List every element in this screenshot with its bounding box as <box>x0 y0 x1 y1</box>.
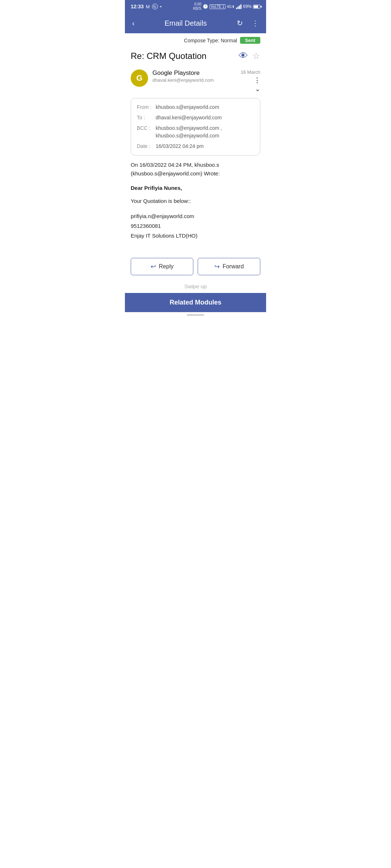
subject-actions: 👁 ☆ <box>239 50 260 61</box>
status-bar: 12:33 M fc • 0.00KB/S 🕐 VoLTE 1 4G⬆ 69% <box>125 0 266 13</box>
back-icon: ‹ <box>132 19 135 27</box>
app-bar: ‹ Email Details ↻ ⋮ <box>125 13 266 33</box>
status-time: 12:33 <box>131 4 144 9</box>
action-buttons: ↩ Reply ↪ Forward <box>125 255 266 280</box>
quotation-line: Your Quotation is below:: <box>131 197 260 205</box>
date-label: Date : <box>137 142 156 150</box>
sender-info: Google Playstore dhaval.keni@enjayworld.… <box>152 69 236 83</box>
gmail-icon: M <box>146 4 150 9</box>
send-date: 16 March <box>241 69 260 75</box>
to-value: dhaval.keni@enjayworld.com <box>156 114 254 122</box>
contact-email: prifiyia.n@enjayworld.com <box>131 211 260 221</box>
sender-more-button[interactable]: ⋮ <box>254 76 260 84</box>
sender-row: G Google Playstore dhaval.keni@enjayworl… <box>125 66 266 96</box>
email-details-box: From : khusboo.s@enjayworld.com To : dha… <box>131 98 260 156</box>
fc-icon: fc <box>152 4 158 9</box>
date-value: 16/03/2022 04:24 pm <box>156 142 254 150</box>
from-row: From : khusboo.s@enjayworld.com <box>137 103 254 111</box>
from-value: khusboo.s@enjayworld.com <box>156 103 254 111</box>
handle-bar <box>187 314 204 316</box>
refresh-icon: ↻ <box>237 19 243 27</box>
forward-icon: ↪ <box>214 263 220 271</box>
greeting: Dear Prifiyia Nunes, <box>131 184 260 192</box>
compose-type-label: Compose Type: Normal <box>184 38 237 43</box>
battery-percent: 69% <box>243 4 252 9</box>
sent-badge: Sent <box>240 37 260 44</box>
sender-email: dhaval.keni@enjayworld.com <box>152 77 236 83</box>
app-bar-actions: ↻ ⋮ <box>235 18 260 28</box>
view-icon[interactable]: 👁 <box>239 50 248 61</box>
page-title: Email Details <box>136 19 235 27</box>
avatar: G <box>131 69 148 87</box>
bcc-label: BCC : <box>137 124 156 140</box>
star-icon[interactable]: ☆ <box>252 51 260 61</box>
network-icon: 4G⬆ <box>227 5 235 9</box>
compose-type-row: Compose Type: Normal Sent <box>125 33 266 47</box>
contact-company: Enjay IT Solutions LTD(HO) <box>131 231 260 241</box>
battery-icon <box>253 5 260 9</box>
sender-meta: 16 March ⋮ ⌄ <box>241 69 260 92</box>
related-modules-bar[interactable]: Related Modules <box>125 293 266 312</box>
forward-button[interactable]: ↪ Forward <box>198 258 260 275</box>
reply-icon: ↩ <box>151 263 156 271</box>
data-speed: 0.00KB/S <box>193 2 201 11</box>
volte-icon: VoLTE 1 <box>210 4 226 9</box>
swipe-up: Swipe up <box>125 280 266 293</box>
more-options-button[interactable]: ⋮ <box>250 18 260 28</box>
back-button[interactable]: ‹ <box>131 18 136 28</box>
email-body: On 16/03/2022 04:24 PM, khusboo.s (khusb… <box>125 161 266 255</box>
bottom-handle <box>125 312 266 317</box>
email-subject: Re: CRM Quotation <box>131 51 239 61</box>
reply-label: Reply <box>159 263 174 270</box>
to-row: To : dhaval.keni@enjayworld.com <box>137 114 254 122</box>
dot-icon: • <box>160 4 162 9</box>
bcc-value: khusboo.s@enjayworld.com , khusboo.s@enj… <box>156 124 254 140</box>
bcc-row: BCC : khusboo.s@enjayworld.com , khusboo… <box>137 124 254 140</box>
reply-button[interactable]: ↩ Reply <box>131 258 193 275</box>
sender-name: Google Playstore <box>152 69 236 77</box>
contact-info: prifiyia.n@enjayworld.com 9512360081 Enj… <box>131 211 260 241</box>
refresh-button[interactable]: ↻ <box>235 18 244 28</box>
subject-row: Re: CRM Quotation 👁 ☆ <box>125 47 266 66</box>
status-left: 12:33 M fc • <box>131 4 161 9</box>
to-label: To : <box>137 114 156 122</box>
wrote-line: On 16/03/2022 04:24 PM, khusboo.s (khusb… <box>131 161 260 178</box>
contact-phone: 9512360081 <box>131 221 260 231</box>
date-row: Date : 16/03/2022 04:24 pm <box>137 142 254 150</box>
related-modules-label: Related Modules <box>169 299 221 306</box>
expand-button[interactable]: ⌄ <box>255 86 260 92</box>
signal-icon <box>236 4 241 9</box>
from-label: From : <box>137 103 156 111</box>
alarm-icon: 🕐 <box>203 4 208 9</box>
forward-label: Forward <box>223 263 244 270</box>
status-right: 0.00KB/S 🕐 VoLTE 1 4G⬆ 69% <box>193 2 260 11</box>
more-icon: ⋮ <box>252 19 259 27</box>
